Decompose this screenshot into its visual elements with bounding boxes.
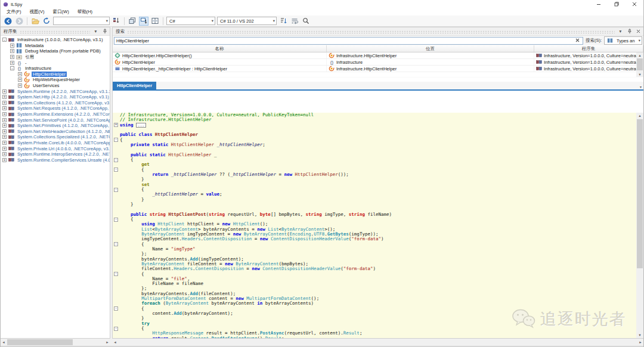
tree-item[interactable]: +System.Net.Primitives (4.1.2.0, .NETCor… (1, 123, 110, 129)
expand-icon[interactable]: + (2, 129, 7, 134)
tree-item[interactable]: +System.Net.Http (4.2.2.0, .NETCoreApp, … (1, 94, 110, 100)
clear-search-icon[interactable] (575, 38, 581, 44)
pin-icon[interactable] (626, 28, 633, 35)
tree-item[interactable]: -Infrastructure (1.0.0.0, .NETCoreApp, v… (1, 37, 110, 43)
expand-icon[interactable]: + (2, 112, 7, 116)
restore-button[interactable] (608, 0, 626, 8)
tab-httpclienthelper[interactable]: HttpClientHelper (113, 82, 156, 89)
expand-icon[interactable]: + (10, 55, 14, 59)
language-version-combobox[interactable]: C# 11.0 / VS 202 ▾ (217, 17, 277, 25)
fold-collapse-icon[interactable]: - (114, 272, 118, 276)
code-horizontal-scrollbar[interactable]: ◄ ► (112, 339, 643, 346)
expand-icon[interactable]: + (2, 106, 7, 110)
column-location[interactable]: 位置 (327, 45, 534, 52)
fold-collapse-icon[interactable]: - (114, 138, 118, 142)
expand-icon[interactable]: + (2, 95, 7, 99)
tree-item[interactable]: +{ }- (1, 60, 110, 66)
expand-icon[interactable]: + (2, 141, 7, 145)
close-button[interactable] (626, 0, 643, 8)
close-pane-icon[interactable] (635, 28, 642, 35)
tree-item[interactable]: +System.Runtime (4.2.2.0, .NETCoreApp, v… (1, 88, 110, 94)
open-file-button[interactable] (30, 17, 40, 26)
tree-item[interactable]: +HttpClientHelper (1, 72, 110, 78)
expand-icon[interactable]: + (10, 44, 14, 48)
toggle-search-pane-button[interactable] (139, 17, 148, 26)
search-button[interactable] (301, 17, 311, 26)
tree-item[interactable]: +System.Private.CoreLib (4.0.0.0, .NETCo… (1, 140, 110, 146)
tree-item[interactable]: +System.Private.Uri (4.0.6.0, .NETCoreAp… (1, 145, 110, 151)
search-filter-combobox[interactable]: Types an ▾ (604, 36, 642, 45)
search-result-row[interactable]: HttpClientHelper.HttpClientHelper()Infra… (113, 52, 643, 59)
menu-item[interactable]: 视图(V) (26, 9, 48, 15)
refresh-button[interactable] (42, 17, 51, 26)
menu-item[interactable]: 文件(F) (3, 9, 25, 15)
assembly-list-combobox[interactable]: ▾ (53, 17, 110, 25)
fold-expand-icon[interactable]: + (114, 123, 118, 127)
assemblies-tree[interactable]: -Infrastructure (1.0.0.0, .NETCoreApp, v… (1, 36, 110, 338)
tree-item[interactable]: +System.Runtime.Extensions (4.2.2.0, .NE… (1, 111, 110, 117)
tree-item[interactable]: +System.Runtime.CompilerServices.Unsafe … (1, 157, 110, 163)
tree-item[interactable]: +System.Net.Requests (4.1.2.0, .NETCoreA… (1, 106, 110, 111)
code-vertical-scrollbar[interactable]: ▲ ▼ (636, 113, 643, 338)
expand-icon[interactable]: + (2, 158, 7, 162)
collapsed-region-icon[interactable]: ... (136, 123, 146, 128)
search-result-row[interactable]: HttpClientHelper{ }InfrastructureInfrast… (113, 59, 643, 66)
expand-icon[interactable]: + (2, 135, 7, 139)
menu-item[interactable]: 窗口(W) (49, 9, 73, 15)
scroll-up-icon[interactable]: ▲ (636, 113, 643, 119)
tree-item[interactable]: +System.Collections (4.1.2.0, .NETCoreAp… (1, 100, 110, 106)
scroll-right-icon[interactable]: ► (637, 339, 643, 346)
fold-collapse-icon[interactable]: - (114, 218, 118, 222)
navigate-back-button[interactable] (3, 17, 13, 26)
fold-collapse-icon[interactable]: - (114, 168, 118, 172)
language-combobox[interactable]: C# ▾ (166, 17, 215, 25)
expand-icon[interactable]: + (2, 123, 7, 128)
tree-item[interactable]: -{ }Infrastructure (1, 66, 110, 72)
tab-overflow-icon[interactable]: ▾ (640, 85, 642, 89)
expand-icon[interactable]: + (2, 152, 7, 156)
tree-item[interactable]: +System.Runtime.InteropServices (4.2.2.0… (1, 151, 110, 157)
expand-icon[interactable]: + (18, 78, 22, 82)
results-vertical-scrollbar[interactable]: ▲ ▼ (636, 52, 643, 77)
expand-icon[interactable]: + (18, 72, 22, 76)
scroll-down-icon[interactable]: ▼ (636, 332, 643, 338)
expand-icon[interactable]: + (10, 49, 14, 53)
scrollbar-thumb[interactable] (7, 339, 73, 345)
expand-icon[interactable]: + (2, 118, 7, 122)
scroll-right-icon[interactable]: ► (104, 339, 110, 346)
scroll-down-icon[interactable]: ▼ (636, 72, 643, 77)
tree-item[interactable]: +System.Net.ServicePoint (4.0.2.0, .NETC… (1, 117, 110, 123)
navigate-forward-button[interactable] (14, 17, 24, 26)
minimize-button[interactable] (590, 0, 608, 8)
scroll-up-icon[interactable]: ▲ (636, 52, 643, 58)
scrollbar-thumb[interactable] (637, 58, 643, 70)
sort-members-button[interactable] (278, 17, 288, 26)
tree-horizontal-scrollbar[interactable]: ◄ ► (1, 339, 110, 346)
tree-item[interactable]: +Debug Metadata (From portable PDB) (1, 48, 110, 54)
collapse-icon[interactable]: - (2, 38, 7, 42)
tree-item[interactable]: +UserServices (1, 83, 110, 89)
sort-assemblies-button[interactable] (112, 17, 121, 26)
collapse-icon[interactable]: - (10, 66, 14, 70)
search-result-row[interactable]: HttpClientHelper._httpClientHelper : Htt… (113, 66, 643, 72)
scroll-left-icon[interactable]: ◄ (112, 339, 118, 346)
column-name[interactable]: 名称 (113, 45, 327, 52)
fold-collapse-icon[interactable]: - (114, 188, 118, 192)
tree-item[interactable]: +引用 (1, 54, 110, 60)
column-assembly[interactable]: 程序集 (534, 45, 643, 52)
code-view[interactable]: // Infrastructure, Version=1.0.0.0, Cult… (113, 113, 643, 338)
expand-icon[interactable]: + (2, 89, 7, 94)
pin-icon[interactable] (101, 28, 108, 35)
menu-item[interactable]: 帮助(H) (74, 9, 96, 15)
pane-menu-chevron-icon[interactable]: ▾ (92, 28, 99, 35)
expand-icon[interactable]: + (2, 147, 7, 151)
expand-icon[interactable]: + (10, 61, 14, 65)
pane-menu-chevron-icon[interactable]: ▾ (617, 28, 624, 35)
split-view-button[interactable] (150, 17, 160, 26)
tree-item[interactable]: +HttpWebRequestHepler (1, 77, 110, 83)
fold-collapse-icon[interactable]: - (114, 306, 118, 311)
tree-item[interactable]: +System.Collections.Specialized (4.1.2.0… (1, 134, 110, 140)
scrollbar-thumb[interactable] (637, 119, 643, 268)
fold-collapse-icon[interactable]: - (114, 327, 118, 331)
expand-icon[interactable]: + (2, 101, 7, 105)
